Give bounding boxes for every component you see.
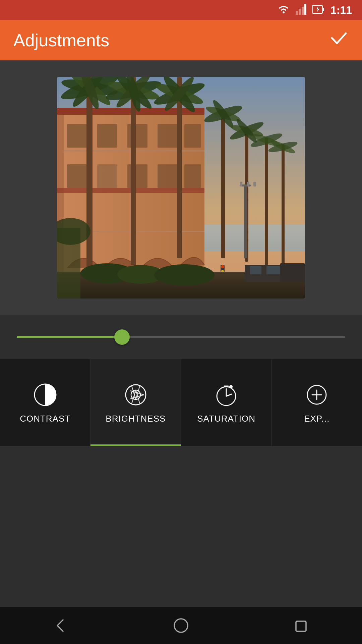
- brightness-icon: [122, 381, 149, 408]
- exposure-label: EXP...: [304, 414, 329, 424]
- svg-rect-97: [296, 621, 306, 631]
- page-title: Adjustments: [13, 30, 109, 50]
- app-bar: Adjustments: [0, 20, 362, 60]
- brightness-slider-track[interactable]: [17, 336, 345, 338]
- confirm-button[interactable]: [328, 28, 349, 53]
- slider-thumb[interactable]: [114, 329, 130, 345]
- svg-point-0: [283, 11, 285, 13]
- slider-fill: [17, 336, 122, 338]
- status-time: 1:11: [330, 4, 352, 16]
- svg-rect-2: [299, 9, 301, 15]
- svg-rect-1: [296, 11, 298, 15]
- tools-bar: CONTRAST BRIGHTNESS: [0, 359, 362, 446]
- slider-area: [0, 315, 362, 359]
- contrast-label: CONTRAST: [20, 414, 70, 424]
- tool-contrast[interactable]: CONTRAST: [0, 359, 90, 446]
- svg-point-92: [229, 385, 233, 388]
- svg-line-90: [226, 394, 232, 396]
- back-button[interactable]: [47, 612, 74, 639]
- photo-display: [57, 77, 305, 299]
- svg-marker-4: [304, 4, 306, 15]
- svg-rect-3: [302, 7, 304, 15]
- home-button[interactable]: [168, 612, 194, 639]
- signal-icon: [296, 4, 306, 16]
- svg-point-96: [174, 619, 188, 632]
- image-container: [0, 60, 362, 315]
- battery-icon: [312, 4, 324, 16]
- status-bar: 1:11: [0, 0, 362, 20]
- svg-marker-7: [316, 6, 319, 12]
- contrast-icon: [32, 381, 59, 408]
- tool-saturation[interactable]: SATURATION: [181, 359, 272, 446]
- nav-bar: [0, 607, 362, 644]
- svg-rect-6: [322, 8, 324, 11]
- tool-exposure[interactable]: EXP...: [272, 359, 362, 446]
- recents-button[interactable]: [288, 612, 315, 639]
- exposure-icon: [303, 381, 330, 408]
- wifi-icon: [278, 5, 290, 15]
- tool-brightness[interactable]: BRIGHTNESS: [90, 359, 181, 446]
- saturation-label: SATURATION: [197, 414, 255, 424]
- brightness-label: BRIGHTNESS: [106, 414, 166, 424]
- svg-rect-78: [57, 77, 305, 299]
- saturation-icon: [213, 381, 240, 408]
